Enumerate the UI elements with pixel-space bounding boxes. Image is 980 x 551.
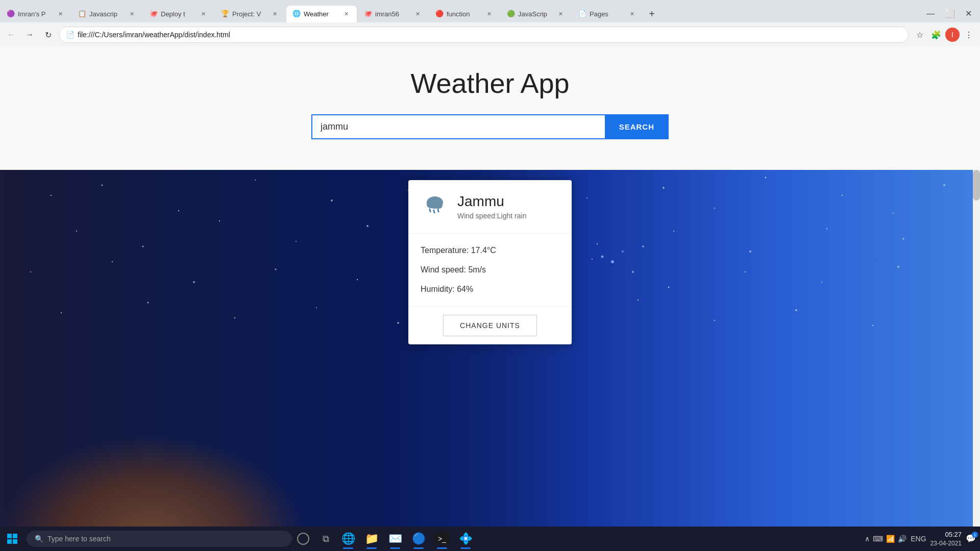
language-indicator[interactable]: ENG [911, 535, 926, 543]
temperature-stat: Temperature: 17.4°C [421, 246, 559, 255]
file-icon: 📄 [66, 31, 75, 39]
extensions-icon[interactable]: 🧩 [929, 28, 943, 42]
page-content: Weather App SEARCH [0, 47, 980, 527]
system-tray: ∧ ⌨ 📶 🔊 [865, 535, 906, 543]
svg-point-49 [872, 325, 873, 326]
svg-point-23 [673, 231, 674, 232]
minimize-button[interactable]: — [922, 7, 939, 20]
tab-jsscript[interactable]: 🟢 JavaScrip ✕ [500, 5, 572, 22]
svg-point-51 [622, 251, 624, 253]
taskbar-app-terminal[interactable]: >_ [431, 528, 453, 550]
tab-close-4[interactable]: ✕ [270, 9, 279, 18]
close-button[interactable]: ✕ [961, 7, 976, 20]
file-explorer-icon: 📁 [365, 532, 379, 545]
forward-button[interactable]: → [22, 28, 37, 42]
tab-pages[interactable]: 📄 Pages ✕ [572, 5, 643, 22]
svg-point-18 [296, 241, 297, 242]
svg-point-43 [397, 322, 399, 324]
cortana-button[interactable] [292, 528, 314, 550]
svg-point-54 [643, 246, 644, 247]
bookmark-icon[interactable]: ☆ [913, 28, 927, 42]
tab-label-4: Project: V [232, 10, 261, 18]
start-button[interactable] [0, 527, 24, 551]
task-view-button[interactable]: ⧉ [314, 528, 337, 550]
taskbar-app-vscode[interactable]: 💠 [454, 528, 477, 550]
search-container: SEARCH [311, 114, 669, 139]
svg-point-8 [586, 197, 587, 198]
taskbar-search-text: Type here to search [47, 535, 111, 543]
scrollbar-thumb[interactable] [973, 170, 980, 201]
svg-point-1 [102, 185, 103, 186]
tab-label-9: Pages [590, 10, 608, 18]
taskbar-app-files[interactable]: 📁 [360, 528, 383, 550]
svg-point-2 [178, 210, 179, 211]
weather-card: Jammu Wind speed:Light rain Temperature:… [408, 180, 572, 344]
tab-close-5[interactable]: ✕ [341, 9, 351, 18]
tab-favicon-1: 🟣 [7, 10, 15, 18]
tab-favicon-2: 📋 [78, 10, 86, 18]
tab-favicon-3: 🐙 [150, 10, 158, 18]
wind-speed-stat: Wind speed: 5m/s [421, 265, 559, 274]
new-tab-button[interactable]: + [643, 5, 660, 22]
svg-point-14 [943, 184, 945, 186]
taskbar-app-edge[interactable]: 🌐 [337, 528, 359, 550]
tab-label-1: Imran's P [18, 10, 46, 18]
humidity-stat: Humidity: 64% [421, 285, 559, 294]
card-body: Temperature: 17.4°C Wind speed: 5m/s Hum… [408, 234, 572, 306]
tab-close-6[interactable]: ✕ [413, 9, 422, 18]
svg-point-53 [601, 256, 604, 258]
tab-bar: 🟣 Imran's P ✕ 📋 Javascrip ✕ 🐙 Deploy t ✕… [0, 0, 980, 22]
svg-point-47 [714, 320, 715, 321]
tab-close-7[interactable]: ✕ [484, 9, 494, 18]
tab-imrans[interactable]: 🟣 Imran's P ✕ [0, 5, 71, 22]
address-bar: ← → ↻ 📄 file:///C:/Users/imran/weatherAp… [0, 22, 980, 47]
tab-imran56[interactable]: 🐙 imran56 ✕ [357, 5, 429, 22]
city-search-input[interactable] [311, 114, 605, 139]
taskbar-app-mail[interactable]: ✉️ [384, 528, 406, 550]
svg-point-25 [826, 228, 827, 229]
tab-deploy[interactable]: 🐙 Deploy t ✕ [143, 5, 214, 22]
tab-close-9[interactable]: ✕ [627, 9, 636, 18]
notification-badge: 1 [972, 532, 978, 538]
city-name: Jammu [457, 193, 526, 210]
svg-point-15 [76, 231, 77, 232]
menu-icon[interactable]: ⋮ [962, 28, 976, 42]
svg-point-22 [597, 243, 598, 244]
tab-close-2[interactable]: ✕ [127, 9, 136, 18]
svg-point-3 [255, 180, 256, 181]
change-units-button[interactable]: CHANGE UNITS [443, 315, 537, 336]
tab-close-1[interactable]: ✕ [56, 9, 65, 18]
svg-point-57 [435, 203, 443, 209]
svg-point-11 [765, 177, 767, 179]
tab-favicon-5: 🌐 [292, 10, 301, 18]
wifi-icon[interactable]: 📶 [886, 535, 895, 543]
datetime-display[interactable]: 05:27 23-04-2021 [930, 530, 962, 548]
search-button[interactable]: SEARCH [605, 114, 669, 139]
cortana-icon [297, 533, 309, 545]
tab-label-5: Weather [304, 10, 329, 18]
svg-point-26 [903, 238, 904, 240]
svg-point-4 [331, 199, 333, 202]
back-button[interactable]: ← [4, 28, 18, 42]
tab-weather[interactable]: 🌐 Weather ✕ [286, 5, 357, 22]
taskbar-app-chrome[interactable]: 🔵 [407, 528, 430, 550]
profile-icon[interactable]: I [945, 28, 960, 42]
reload-button[interactable]: ↻ [41, 28, 55, 42]
tab-close-8[interactable]: ✕ [556, 9, 565, 18]
svg-point-56 [427, 201, 435, 208]
tab-javascript[interactable]: 📋 Javascrip ✕ [71, 5, 143, 22]
volume-icon[interactable]: 🔊 [898, 535, 906, 543]
url-bar[interactable]: 📄 file:///C:/Users/imran/weatherApp/dist… [59, 27, 909, 43]
notification-button[interactable]: 💬 1 [966, 534, 976, 543]
chrome-icon: 🔵 [412, 532, 426, 545]
tab-function[interactable]: 🔴 function ✕ [429, 5, 500, 22]
keyboard-icon[interactable]: ⌨ [873, 535, 883, 543]
taskbar-search-bar[interactable]: 🔍 Type here to search [27, 531, 292, 547]
svg-rect-59 [433, 209, 435, 214]
svg-point-12 [842, 195, 843, 196]
tab-close-3[interactable]: ✕ [199, 9, 208, 18]
tray-caret-icon[interactable]: ∧ [865, 535, 870, 543]
maximize-button[interactable]: ⬜ [941, 7, 959, 20]
svg-point-46 [638, 299, 639, 300]
tab-project[interactable]: 🏆 Project: V ✕ [214, 5, 286, 22]
